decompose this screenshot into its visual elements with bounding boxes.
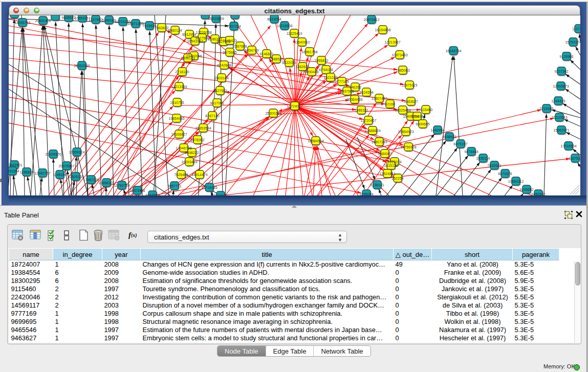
svg-text:9084067: 9084067 (378, 152, 391, 156)
svg-text:14055712: 14055712 (14, 21, 30, 25)
svg-text:10025453: 10025453 (395, 108, 410, 112)
svg-text:26053346: 26053346 (74, 64, 90, 68)
svg-text:9245652: 9245652 (519, 188, 533, 191)
svg-text:7485063: 7485063 (396, 69, 409, 72)
svg-text:18724007: 18724007 (287, 104, 302, 108)
svg-text:14914479: 14914479 (191, 173, 207, 177)
svg-text:3624554: 3624554 (359, 91, 373, 94)
svg-text:20364436: 20364436 (346, 98, 362, 101)
svg-text:1621022: 1621022 (323, 76, 337, 79)
svg-text:1244415: 1244415 (551, 99, 565, 103)
svg-text:19218506: 19218506 (276, 24, 292, 28)
svg-text:7955812: 7955812 (314, 59, 328, 62)
svg-text:16961758: 16961758 (301, 50, 317, 54)
svg-text:9605572: 9605572 (61, 16, 75, 19)
svg-text:1612074: 1612074 (387, 160, 401, 164)
svg-text:6879197: 6879197 (453, 142, 467, 146)
svg-text:12505135: 12505135 (68, 175, 83, 179)
svg-text:10973493: 10973493 (391, 53, 407, 57)
svg-text:1117342: 1117342 (572, 27, 580, 31)
svg-text:19654923: 19654923 (398, 130, 413, 134)
svg-text:20691406: 20691406 (35, 19, 51, 23)
svg-text:10688609: 10688609 (364, 129, 380, 133)
svg-text:1588520: 1588520 (269, 57, 283, 61)
svg-text:8267130: 8267130 (205, 114, 219, 118)
svg-text:5136141: 5136141 (370, 183, 384, 187)
svg-text:20643901: 20643901 (9, 163, 23, 167)
svg-text:11923468: 11923468 (129, 189, 145, 192)
svg-text:12213967: 12213967 (384, 40, 400, 44)
svg-text:8912954: 8912954 (182, 33, 196, 36)
svg-text:9699695: 9699695 (416, 122, 429, 126)
svg-text:5498222: 5498222 (185, 151, 199, 155)
svg-text:1362615: 1362615 (295, 65, 309, 69)
svg-text:8454749: 8454749 (245, 49, 258, 52)
svg-text:2803144: 2803144 (214, 76, 228, 80)
svg-text:7357224: 7357224 (227, 25, 241, 28)
svg-text:10853267: 10853267 (74, 16, 90, 20)
svg-text:15716485: 15716485 (201, 186, 217, 189)
svg-text:7625402: 7625402 (174, 173, 188, 177)
svg-text:12213369: 12213369 (171, 85, 187, 89)
svg-text:20206576: 20206576 (45, 152, 61, 156)
svg-text:17359924: 17359924 (69, 150, 84, 154)
svg-text:19166827: 19166827 (171, 133, 187, 136)
svg-text:17016504: 17016504 (560, 144, 576, 148)
svg-text:15751074: 15751074 (565, 40, 580, 44)
svg-text:20975867: 20975867 (58, 164, 74, 168)
svg-text:25300293: 25300293 (265, 112, 281, 115)
svg-text:2718120: 2718120 (175, 70, 189, 74)
svg-text:9227342: 9227342 (554, 70, 568, 73)
svg-text:9474444: 9474444 (464, 150, 478, 154)
svg-text:16210643: 16210643 (551, 116, 567, 119)
svg-text:960894: 960894 (411, 115, 423, 118)
svg-text:16033809: 16033809 (208, 17, 224, 20)
svg-text:9115460: 9115460 (419, 108, 433, 112)
svg-text:10807487: 10807487 (371, 97, 387, 100)
svg-text:19654985: 19654985 (168, 117, 184, 120)
svg-text:8471676: 8471676 (498, 172, 512, 176)
svg-text:19756928: 19756928 (400, 145, 416, 149)
svg-text:9146821: 9146821 (259, 52, 273, 56)
svg-text:10958107: 10958107 (98, 181, 114, 185)
svg-text:9617006: 9617006 (210, 101, 224, 105)
svg-text:3675685: 3675685 (223, 51, 236, 54)
svg-text:8938923: 8938923 (442, 135, 456, 139)
svg-text:16671355: 16671355 (127, 22, 143, 26)
svg-text:16648784: 16648784 (445, 49, 461, 53)
svg-text:13226058: 13226058 (195, 31, 211, 34)
svg-text:17957225: 17957225 (83, 178, 99, 182)
svg-text:9896123: 9896123 (181, 56, 194, 60)
svg-text:62160: 62160 (385, 102, 395, 106)
svg-text:8960124: 8960124 (168, 29, 182, 32)
svg-text:5878352: 5878352 (190, 138, 204, 142)
svg-text:7986322: 7986322 (354, 108, 368, 112)
svg-text:9242848: 9242848 (217, 63, 231, 67)
svg-text:8322033: 8322033 (282, 61, 296, 64)
svg-text:9777169: 9777169 (335, 80, 349, 83)
svg-text:6466160: 6466160 (102, 18, 116, 22)
svg-text:13524851: 13524851 (379, 172, 395, 176)
svg-text:12975115: 12975115 (402, 83, 418, 87)
svg-text:12942757: 12942757 (34, 171, 50, 175)
svg-text:8427552: 8427552 (213, 89, 227, 93)
svg-text:9463627: 9463627 (404, 100, 418, 103)
svg-text:6497568: 6497568 (340, 90, 354, 93)
svg-text:10654112: 10654112 (508, 180, 524, 183)
svg-text:13640910: 13640910 (294, 40, 310, 44)
svg-text:1615132: 1615132 (384, 164, 398, 167)
svg-text:9129966: 9129966 (559, 55, 573, 58)
svg-text:1156829: 1156829 (20, 170, 34, 174)
svg-text:11325419: 11325419 (287, 32, 302, 35)
svg-text:17046798: 17046798 (176, 146, 191, 150)
svg-text:8813054: 8813054 (267, 17, 281, 21)
svg-text:1610755: 1610755 (170, 101, 184, 104)
svg-text:2935114: 2935114 (476, 157, 490, 160)
svg-text:15692971: 15692971 (553, 128, 569, 132)
svg-text:8990448: 8990448 (304, 70, 318, 74)
svg-text:16782759: 16782759 (114, 184, 129, 187)
svg-text:1546423: 1546423 (223, 39, 236, 42)
svg-text:18807249: 18807249 (371, 140, 387, 144)
svg-text:6794028: 6794028 (319, 68, 333, 72)
svg-text:1440954: 1440954 (430, 128, 444, 132)
